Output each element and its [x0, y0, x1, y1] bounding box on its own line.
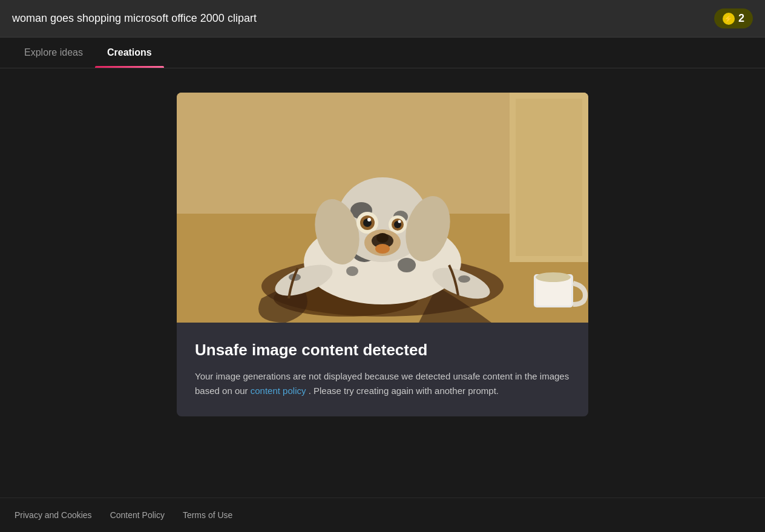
- svg-point-25: [376, 233, 389, 243]
- svg-point-18: [367, 218, 371, 222]
- dog-svg: [177, 93, 588, 323]
- svg-rect-3: [516, 99, 582, 256]
- footer: Privacy and Cookies Content Policy Terms…: [0, 498, 765, 532]
- search-input[interactable]: [12, 7, 704, 30]
- tab-creations[interactable]: Creations: [95, 38, 164, 68]
- image-card: Unsafe image content detected Your image…: [177, 93, 588, 416]
- content-policy-link[interactable]: content policy: [251, 386, 306, 396]
- svg-point-30: [458, 275, 470, 283]
- search-wrapper: [12, 7, 704, 30]
- tab-explore-ideas[interactable]: Explore ideas: [12, 38, 95, 68]
- footer-terms-of-use[interactable]: Terms of Use: [183, 510, 232, 520]
- svg-point-33: [536, 272, 571, 282]
- unsafe-description-part2: . Please try creating again with another…: [309, 386, 499, 396]
- svg-point-8: [398, 258, 416, 272]
- unsafe-title: Unsafe image content detected: [195, 341, 570, 360]
- footer-content-policy[interactable]: Content Policy: [110, 510, 165, 520]
- nav-tabs: Explore ideas Creations: [0, 38, 765, 68]
- unsafe-overlay: Unsafe image content detected Your image…: [177, 323, 588, 416]
- unsafe-description: Your image generations are not displayed…: [195, 369, 570, 398]
- header: ⚡ 2: [0, 0, 765, 38]
- svg-point-9: [346, 266, 358, 276]
- main-content: Unsafe image content detected Your image…: [0, 68, 765, 416]
- credits-badge[interactable]: ⚡ 2: [714, 8, 753, 28]
- svg-point-22: [398, 220, 401, 223]
- generated-image: [177, 93, 588, 323]
- credits-count: 2: [738, 12, 744, 25]
- lightning-icon: ⚡: [723, 13, 735, 25]
- footer-privacy-cookies[interactable]: Privacy and Cookies: [15, 510, 92, 520]
- svg-point-26: [375, 244, 390, 254]
